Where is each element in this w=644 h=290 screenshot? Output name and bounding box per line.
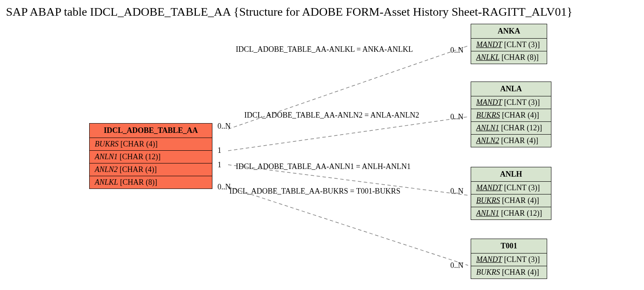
entity-anka: ANKA MANDT [CLNT (3)] ANLKL [CHAR (8)] bbox=[471, 24, 547, 64]
entity-main: IDCL_ADOBE_TABLE_AA BUKRS [CHAR (4)] ANL… bbox=[89, 123, 212, 189]
relation-label: IDCL_ADOBE_TABLE_AA-ANLKL = ANKA-ANLKL bbox=[236, 45, 413, 54]
entity-header: ANLH bbox=[471, 167, 551, 182]
cardinality-label: 0..N bbox=[450, 113, 463, 121]
page-title: SAP ABAP table IDCL_ADOBE_TABLE_AA {Stru… bbox=[6, 5, 573, 19]
svg-line-1 bbox=[228, 117, 468, 151]
cardinality-label: 0..N bbox=[217, 183, 231, 191]
entity-field: MANDT [CLNT (3)] bbox=[471, 39, 547, 51]
entity-field: ANLN1 [CHAR (12)] bbox=[471, 207, 551, 220]
entity-field: BUKRS [CHAR (4)] bbox=[471, 109, 551, 122]
relation-label: IDCL_ADOBE_TABLE_AA-ANLN2 = ANLA-ANLN2 bbox=[244, 111, 419, 120]
entity-field: MANDT [CLNT (3)] bbox=[471, 96, 551, 109]
cardinality-label: 0..N bbox=[450, 261, 463, 270]
entity-field: BUKRS [CHAR (4)] bbox=[471, 266, 547, 279]
svg-line-3 bbox=[228, 187, 468, 265]
relation-label: IDCL_ADOBE_TABLE_AA-BUKRS = T001-BUKRS bbox=[229, 187, 400, 196]
entity-header: ANKA bbox=[471, 24, 547, 39]
entity-field: ANLN2 [CHAR (4)] bbox=[90, 163, 212, 176]
entity-t001: T001 MANDT [CLNT (3)] BUKRS [CHAR (4)] bbox=[471, 239, 547, 279]
entity-field: ANLN1 [CHAR (12)] bbox=[90, 151, 212, 163]
entity-field: ANLN1 [CHAR (12)] bbox=[471, 122, 551, 135]
entity-anla: ANLA MANDT [CLNT (3)] BUKRS [CHAR (4)] A… bbox=[471, 82, 551, 147]
entity-field: ANLKL [CHAR (8)] bbox=[471, 51, 547, 64]
entity-field: MANDT [CLNT (3)] bbox=[471, 253, 547, 266]
entity-anlh: ANLH MANDT [CLNT (3)] BUKRS [CHAR (4)] A… bbox=[471, 167, 551, 220]
cardinality-label: 0..N bbox=[450, 187, 463, 196]
entity-field: BUKRS [CHAR (4)] bbox=[90, 138, 212, 151]
entity-field: ANLKL [CHAR (8)] bbox=[90, 176, 212, 189]
entity-field: BUKRS [CHAR (4)] bbox=[471, 194, 551, 207]
cardinality-label: 0..N bbox=[450, 46, 463, 55]
entity-header: ANLA bbox=[471, 82, 551, 96]
cardinality-label: 1 bbox=[217, 160, 221, 169]
entity-header: T001 bbox=[471, 239, 547, 253]
relation-label: IDCL_ADOBE_TABLE_AA-ANLN1 = ANLH-ANLN1 bbox=[236, 162, 411, 171]
cardinality-label: 1 bbox=[217, 146, 221, 155]
cardinality-label: 0..N bbox=[217, 122, 231, 131]
entity-field: ANLN2 [CHAR (4)] bbox=[471, 135, 551, 147]
entity-field: MANDT [CLNT (3)] bbox=[471, 182, 551, 194]
entity-main-header: IDCL_ADOBE_TABLE_AA bbox=[90, 124, 212, 138]
